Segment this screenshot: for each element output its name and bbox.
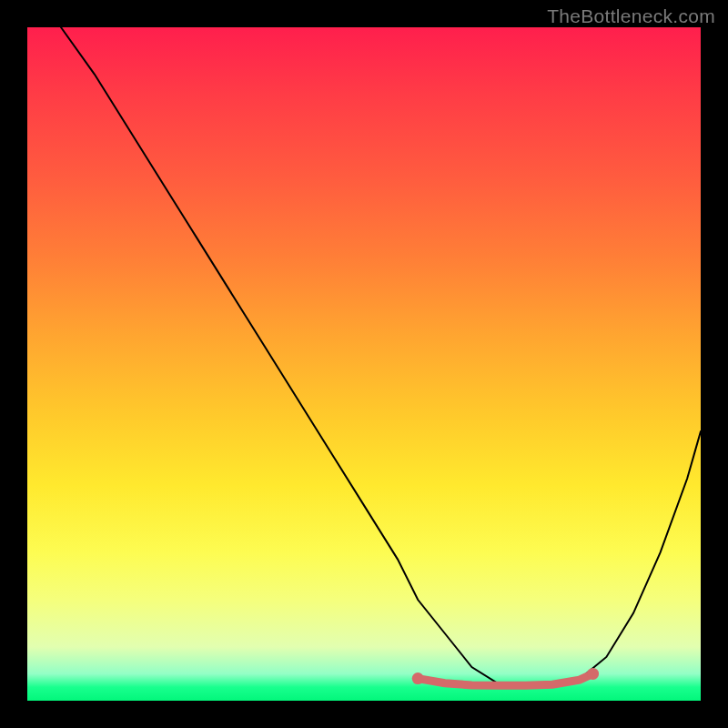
- highlight-endpoint-left: [412, 672, 424, 684]
- watermark-text: TheBottleneck.com: [547, 5, 715, 27]
- chart-frame: TheBottleneck.com: [0, 0, 728, 728]
- bottleneck-curve: [61, 27, 701, 686]
- flat-highlight-segment: [418, 673, 592, 685]
- curve-svg: [27, 27, 701, 701]
- plot-area: [27, 27, 701, 701]
- highlight-endpoint-right: [587, 668, 599, 680]
